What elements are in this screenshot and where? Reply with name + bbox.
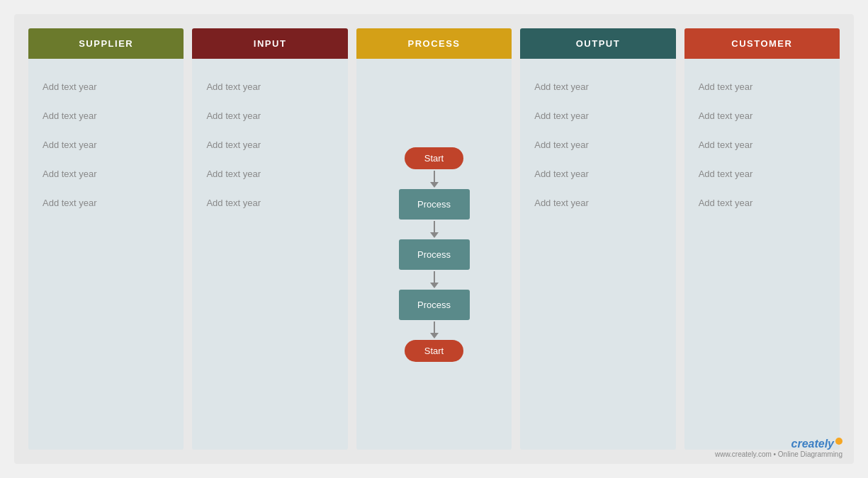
process-body: Start Process Process Proc [356,59,512,450]
arrow-2 [430,221,439,238]
list-item: Add text year [699,189,825,218]
arrow-line [434,321,435,333]
list-item: Add text year [699,160,825,189]
creately-footer: creately www.creately.com • Online Diagr… [715,438,842,458]
arrow-line [434,221,435,232]
supplier-body: Add text year Add text year Add text yea… [28,59,184,450]
output-header: OUTPUT [520,28,675,59]
creately-dot [835,438,842,445]
input-body: Add text year Add text year Add text yea… [192,59,347,450]
arrow-line [434,271,435,283]
column-process: PROCESS Start Process Process [356,28,512,450]
customer-header: CUSTOMER [684,28,840,59]
column-input: INPUT Add text year Add text year Add te… [192,28,347,450]
list-item: Add text year [699,73,825,102]
column-customer: CUSTOMER Add text year Add text year Add… [684,28,840,450]
columns-wrapper: SUPPLIER Add text year Add text year Add… [28,28,840,450]
list-item: Add text year [534,102,661,131]
list-item: Add text year [206,131,333,160]
list-item: Add text year [43,189,169,218]
list-item: Add text year [206,189,333,218]
main-container: SUPPLIER Add text year Add text year Add… [14,14,854,464]
list-item: Add text year [43,160,169,189]
arrow-head [430,232,439,238]
start-node-top: Start [405,147,463,169]
output-body: Add text year Add text year Add text yea… [520,59,675,450]
process-node-1: Process [399,189,470,220]
supplier-header: SUPPLIER [28,28,184,59]
customer-body: Add text year Add text year Add text yea… [684,59,840,450]
list-item: Add text year [206,160,333,189]
process-node-2: Process [399,239,470,270]
list-item: Add text year [534,160,661,189]
process-header: PROCESS [356,28,512,59]
arrow-3 [430,271,439,288]
arrow-1 [430,171,439,188]
list-item: Add text year [206,73,333,102]
column-output: OUTPUT Add text year Add text year Add t… [520,28,675,450]
list-item: Add text year [534,73,661,102]
column-supplier: SUPPLIER Add text year Add text year Add… [28,28,184,450]
list-item: Add text year [43,131,169,160]
process-node-3: Process [399,290,470,320]
input-header: INPUT [192,28,347,59]
list-item: Add text year [43,102,169,131]
arrow-4 [430,321,439,338]
arrow-head [430,333,439,338]
list-item: Add text year [534,189,661,218]
creately-logo: creately [791,438,835,450]
arrow-line [434,171,435,182]
flow-container: Start Process Process Proc [399,147,470,362]
start-node-bottom: Start [405,340,463,362]
arrow-head [430,283,439,288]
arrow-head [430,182,439,188]
list-item: Add text year [206,102,333,131]
list-item: Add text year [699,131,825,160]
creately-subtext: www.creately.com • Online Diagramming [715,450,842,458]
list-item: Add text year [534,131,661,160]
list-item: Add text year [43,73,169,102]
list-item: Add text year [699,102,825,131]
